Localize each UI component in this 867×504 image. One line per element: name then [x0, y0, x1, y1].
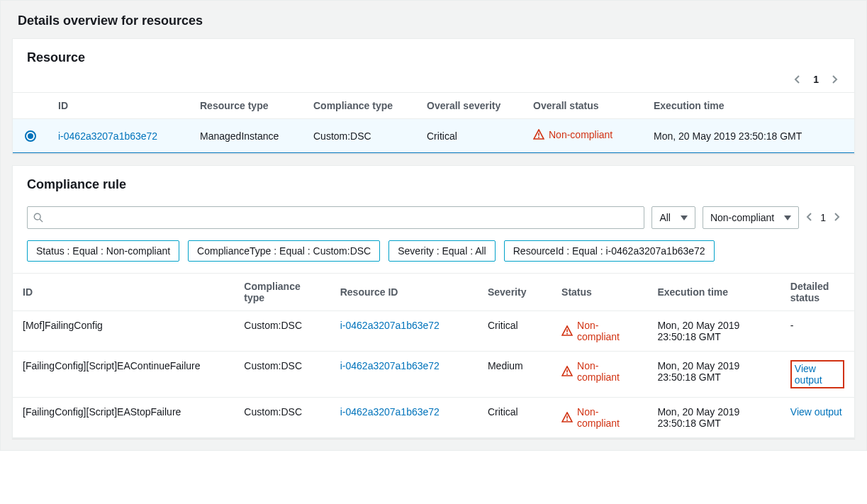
search-icon	[33, 213, 43, 223]
col-exec: Execution time	[644, 93, 854, 119]
scope-select[interactable]: All	[651, 206, 695, 229]
compliance-rule-panel: Compliance rule All Non-compliant	[12, 165, 855, 439]
rule-exec-time: Mon, 20 May 2019 23:50:18 GMT	[647, 398, 780, 438]
warning-icon	[533, 129, 544, 140]
rule-compliance: Custom:DSC	[234, 311, 330, 352]
rule-detail: -	[781, 311, 854, 352]
filter-chip[interactable]: ResourceId : Equal : i-0462a3207a1b63e72	[504, 240, 715, 262]
rule-exec-time: Mon, 20 May 2019 23:50:18 GMT	[647, 311, 780, 352]
table-row: [FailingConfig][Script]EAContinueFailure…	[13, 352, 854, 398]
svg-point-7	[566, 374, 568, 375]
svg-point-5	[566, 333, 568, 335]
col-rule-id: ID	[13, 274, 234, 311]
compliance-rule-table: ID Compliance type Resource ID Severity …	[13, 273, 854, 438]
resource-panel-title: Resource	[13, 39, 854, 74]
warning-icon	[561, 412, 573, 423]
svg-point-2	[34, 213, 40, 220]
compliance-rule-title: Compliance rule	[13, 166, 854, 201]
resource-exec-time: Mon, 20 May 2019 23:50:18 GMT	[644, 119, 854, 153]
col-compliance: Compliance type	[303, 93, 417, 119]
resource-severity: Critical	[417, 119, 523, 153]
col-rule-status: Status	[552, 274, 647, 311]
table-row: [FailingConfig][Script]EAStopFailureCust…	[13, 398, 854, 438]
rule-id: [FailingConfig][Script]EAContinueFailure	[13, 352, 234, 398]
rule-id: [Mof]FailingConfig	[13, 311, 234, 352]
col-select	[13, 93, 48, 119]
radio-selected-icon[interactable]	[25, 130, 36, 142]
rule-resource-link[interactable]: i-0462a3207a1b63e72	[340, 406, 440, 418]
caret-down-icon	[784, 212, 791, 223]
rule-severity: Critical	[478, 398, 552, 438]
resource-page-number: 1	[813, 74, 819, 85]
rule-severity: Medium	[478, 352, 552, 398]
filter-chip[interactable]: ComplianceType : Equal : Custom:DSC	[188, 240, 380, 262]
status-select[interactable]: Non-compliant	[703, 206, 799, 229]
svg-line-3	[40, 219, 43, 222]
col-type: Resource type	[190, 93, 303, 119]
resource-compliance: Custom:DSC	[303, 119, 417, 153]
status-badge: Non-compliant	[561, 406, 637, 429]
chevron-right-icon[interactable]	[829, 74, 840, 85]
highlight-annotation: View output	[790, 360, 844, 388]
resource-row[interactable]: i-0462a3207a1b63e72 ManagedInstance Cust…	[13, 119, 854, 153]
svg-point-9	[566, 420, 568, 421]
filter-row: All Non-compliant 1	[13, 201, 854, 236]
chevron-right-icon[interactable]	[833, 212, 840, 224]
page-title: Details overview for resources	[1, 1, 866, 38]
col-rule-resource: Resource ID	[330, 274, 478, 311]
col-rule-severity: Severity	[478, 274, 552, 311]
rule-severity: Critical	[478, 311, 552, 352]
status-badge: Non-compliant	[533, 129, 613, 140]
rule-compliance: Custom:DSC	[234, 352, 330, 398]
caret-down-icon	[681, 212, 688, 223]
view-output-link[interactable]: View output	[795, 363, 822, 386]
warning-icon	[561, 366, 573, 377]
rule-exec-time: Mon, 20 May 2019 23:50:18 GMT	[647, 352, 780, 398]
resource-pager: 1	[13, 74, 854, 92]
col-severity: Overall severity	[417, 93, 523, 119]
col-rule-compliance: Compliance type	[234, 274, 330, 311]
col-rule-exec: Execution time	[647, 274, 780, 311]
chevron-left-icon[interactable]	[806, 212, 813, 224]
rule-id: [FailingConfig][Script]EAStopFailure	[13, 398, 234, 438]
col-rule-detail: Detailed status	[781, 274, 854, 311]
rule-resource-link[interactable]: i-0462a3207a1b63e72	[340, 320, 440, 331]
resource-id-link[interactable]: i-0462a3207a1b63e72	[58, 130, 157, 142]
resource-table: ID Resource type Compliance type Overall…	[13, 92, 854, 153]
col-status: Overall status	[523, 93, 644, 119]
table-row: [Mof]FailingConfigCustom:DSCi-0462a3207a…	[13, 311, 854, 352]
chevron-left-icon[interactable]	[792, 74, 803, 85]
svg-point-1	[538, 137, 539, 138]
col-id: ID	[48, 93, 190, 119]
search-input[interactable]	[27, 206, 644, 229]
rule-compliance: Custom:DSC	[234, 398, 330, 438]
status-badge: Non-compliant	[561, 320, 637, 342]
filter-chip[interactable]: Severity : Equal : All	[388, 240, 496, 262]
view-output-link[interactable]: View output	[790, 406, 842, 418]
filter-chip[interactable]: Status : Equal : Non-compliant	[27, 240, 179, 262]
status-badge: Non-compliant	[561, 360, 637, 383]
resource-type: ManagedInstance	[190, 119, 303, 153]
filter-chips: Status : Equal : Non-compliantCompliance…	[13, 236, 854, 273]
rules-page-number: 1	[820, 212, 826, 223]
warning-icon	[561, 325, 573, 337]
rule-resource-link[interactable]: i-0462a3207a1b63e72	[340, 360, 440, 371]
resource-panel: Resource 1 ID Resource type Compliance t…	[12, 38, 855, 154]
